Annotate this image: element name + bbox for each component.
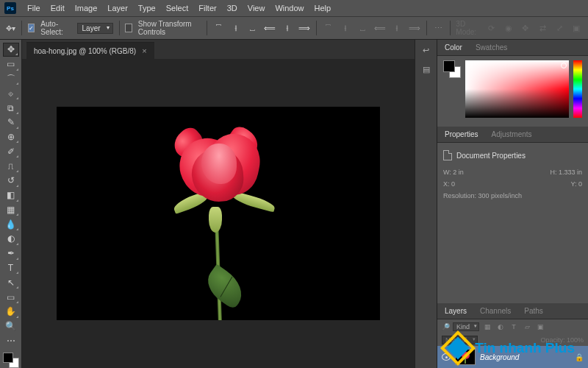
menu-file[interactable]: File (22, 4, 46, 13)
filter-shape-icon[interactable]: ▱ (522, 322, 532, 332)
document-tab-label: hoa-hong.jpg @ 100% (RGB/8) (34, 47, 136, 55)
menu-window[interactable]: Window (270, 4, 309, 13)
dist-top-icon[interactable]: ⎴ (323, 21, 334, 35)
align-top-icon[interactable]: ⎴ (213, 21, 224, 35)
visibility-icon[interactable] (442, 353, 451, 361)
layer-thumbnail[interactable] (455, 349, 476, 365)
search-icon[interactable]: 🔎 (442, 323, 450, 330)
dist-vmid-icon[interactable]: ⫲ (340, 21, 351, 35)
marquee-tool[interactable]: ▭ (3, 57, 19, 71)
layer-row-background[interactable]: Background 🔒 (437, 346, 588, 368)
dist-spacing-icon[interactable]: ⋯ (432, 21, 443, 35)
tab-properties[interactable]: Properties (443, 127, 480, 141)
menu-image[interactable]: Image (70, 4, 103, 13)
menu-type[interactable]: Type (133, 4, 161, 13)
hand-tool[interactable]: ✋ (3, 305, 19, 319)
menu-layer[interactable]: Layer (102, 4, 133, 13)
align-left-icon[interactable]: ⟸ (264, 21, 276, 35)
zoom-tool[interactable]: 🔍 (3, 319, 19, 333)
dist-hmid-icon[interactable]: ⫲ (392, 21, 403, 35)
doc-resolution: Resolution: 300 pixels/inch (443, 192, 522, 199)
history-panel-icon[interactable]: ↩ (420, 44, 433, 56)
filter-type-icon[interactable]: T (509, 322, 519, 332)
menu-3d[interactable]: 3D (222, 4, 243, 13)
move-tool[interactable]: ✥ (3, 43, 19, 57)
3d-roll-icon: ◉ (503, 21, 514, 35)
menu-filter[interactable]: Filter (193, 4, 221, 13)
pen-tool[interactable]: ✒ (3, 247, 19, 261)
align-hmid-icon[interactable]: ⫲ (282, 21, 293, 35)
auto-select-checkbox[interactable]: ✓ (28, 24, 35, 32)
lock-icon[interactable]: 🔒 (575, 353, 584, 361)
menu-bar: Ps File Edit Image Layer Type Select Fil… (0, 0, 588, 16)
dist-left-icon[interactable]: ⟸ (374, 21, 386, 35)
healing-tool[interactable]: ⊕ (3, 130, 19, 144)
3d-pan-icon: ✥ (520, 21, 531, 35)
3d-scale-icon: ⤢ (554, 21, 565, 35)
document-tabs: hoa-hong.jpg @ 100% (RGB/8) × (22, 40, 415, 59)
path-select-tool[interactable]: ↖ (3, 275, 19, 289)
edit-toolbar[interactable]: ⋯ (3, 333, 19, 347)
document-icon (443, 150, 452, 160)
menu-view[interactable]: View (243, 4, 270, 13)
show-transform-checkbox[interactable] (125, 24, 132, 32)
blend-mode-dropdown[interactable]: Normal (442, 336, 478, 344)
document-tab[interactable]: hoa-hong.jpg @ 100% (RGB/8) × (26, 42, 154, 59)
right-panels: Color Swatches Properties Adjustments Do… (437, 40, 588, 368)
close-tab-icon[interactable]: × (142, 46, 146, 55)
filter-adjust-icon[interactable]: ◐ (495, 322, 506, 332)
align-bottom-icon[interactable]: ⎵ (247, 21, 258, 35)
eyedropper-tool[interactable]: ✎ (3, 116, 19, 130)
color-swatches[interactable] (3, 353, 19, 368)
type-tool[interactable]: T (3, 261, 19, 275)
mode-3d-label: 3D Mode: (456, 20, 480, 36)
tab-layers[interactable]: Layers (443, 304, 468, 318)
history-brush-tool[interactable]: ↺ (3, 174, 19, 188)
menu-help[interactable]: Help (309, 4, 337, 13)
tab-adjustments[interactable]: Adjustments (490, 127, 534, 141)
move-tool-icon[interactable]: ✥▾ (6, 24, 15, 32)
show-transform-label: Show Transform Controls (138, 20, 201, 36)
dodge-tool[interactable]: ◐ (3, 232, 19, 246)
eraser-tool[interactable]: ◧ (3, 188, 19, 202)
dist-bottom-icon[interactable]: ⎵ (356, 21, 368, 35)
options-bar: ✥▾ ✓ Auto-Select: Layer Show Transform C… (0, 16, 588, 40)
libraries-panel-icon[interactable]: ▤ (420, 63, 433, 75)
menu-edit[interactable]: Edit (46, 4, 70, 13)
3d-orbit-icon: ⟳ (486, 21, 497, 35)
lasso-tool[interactable]: ⌒ (3, 72, 19, 86)
canvas[interactable] (57, 107, 380, 320)
tab-swatches[interactable]: Swatches (474, 40, 509, 54)
shape-tool[interactable]: ▭ (3, 290, 19, 304)
doc-props-title: Document Properties (456, 152, 526, 160)
align-right-icon[interactable]: ⟹ (298, 21, 310, 35)
layer-name: Background (480, 353, 519, 361)
3d-slide-icon: ⇄ (537, 21, 548, 35)
align-vmid-icon[interactable]: ⫲ (230, 21, 241, 35)
dist-right-icon[interactable]: ⟹ (409, 21, 420, 35)
quick-select-tool[interactable]: ⟐ (3, 86, 19, 100)
tab-channels[interactable]: Channels (478, 304, 512, 318)
auto-select-label: Auto-Select: (40, 20, 71, 36)
menu-select[interactable]: Select (161, 4, 194, 13)
app-logo: Ps (4, 2, 16, 14)
color-field[interactable] (465, 60, 569, 118)
3d-camera-icon: ▣ (571, 21, 582, 35)
filter-pixel-icon[interactable]: ▦ (482, 322, 492, 332)
auto-select-target-dropdown[interactable]: Layer (77, 23, 113, 34)
crop-tool[interactable]: ⧉ (3, 101, 19, 115)
panel-color-swatches[interactable] (443, 60, 461, 78)
layer-filter-kind[interactable]: Kind (453, 322, 479, 331)
hue-slider[interactable] (573, 60, 582, 118)
filter-smart-icon[interactable]: ▣ (535, 322, 545, 332)
tab-color[interactable]: Color (443, 40, 464, 54)
tools-panel: ✥ ▭ ⌒ ⟐ ⧉ ✎ ⊕ ✐ ⎍ ↺ ◧ ▦ 💧 ◐ ✒ T ↖ ▭ ✋ 🔍 … (0, 40, 22, 368)
collapsed-dock: ↩ ▤ (415, 40, 437, 368)
blur-tool[interactable]: 💧 (3, 217, 19, 231)
gradient-tool[interactable]: ▦ (3, 203, 19, 217)
document-area: hoa-hong.jpg @ 100% (RGB/8) × (22, 40, 415, 368)
tab-paths[interactable]: Paths (523, 304, 545, 318)
brush-tool[interactable]: ✐ (3, 144, 19, 158)
stamp-tool[interactable]: ⎍ (3, 159, 19, 173)
